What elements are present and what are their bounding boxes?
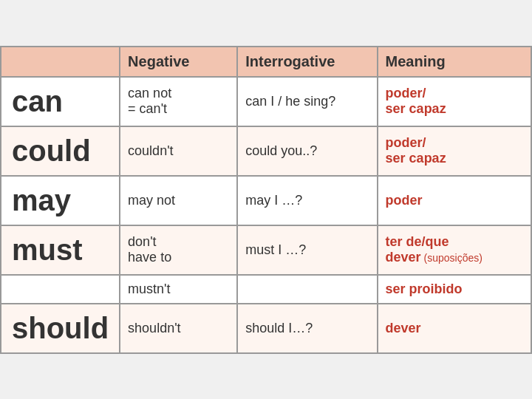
header-col3: Interrogative [237,47,377,77]
table-row: maymay notmay I …?poder [1,176,531,225]
header-row: Negative Interrogative Meaning [1,47,531,77]
interrogative-cell: could you..? [237,126,377,176]
header-col2: Negative [120,47,237,77]
meaning-cell: poder/ ser capaz [378,77,531,126]
interrogative-cell [237,275,377,304]
modal-verbs-table: Negative Interrogative Meaning cancan no… [0,46,532,354]
table-row: shouldshouldn'tshould I…?dever [1,304,531,353]
table-row: mustdon't have tomust I …?ter de/que dev… [1,225,531,275]
negative-cell: don't have to [120,225,237,275]
modal-verb-cell: can [1,77,120,126]
negative-cell: shouldn't [120,304,237,353]
header-col1 [1,47,120,77]
meaning-cell: poder/ ser capaz [378,126,531,176]
negative-cell: can not = can't [120,77,237,126]
modal-verb-cell: should [1,304,120,353]
negative-cell: couldn't [120,126,237,176]
interrogative-cell: must I …? [237,225,377,275]
meaning-cell: ser proibido [378,275,531,304]
meaning-cell: ter de/que dever (suposições) [378,225,531,275]
modal-verb-cell [1,275,120,304]
table-row: mustn'tser proibido [1,275,531,304]
meaning-cell: dever [378,304,531,353]
meaning-cell: poder [378,176,531,225]
negative-cell: may not [120,176,237,225]
interrogative-cell: can I / he sing? [237,77,377,126]
table-row: couldcouldn'tcould you..?poder/ ser capa… [1,126,531,176]
interrogative-cell: should I…? [237,304,377,353]
interrogative-cell: may I …? [237,176,377,225]
modal-verb-cell: may [1,176,120,225]
modal-verb-cell: could [1,126,120,176]
table-row: cancan not = can'tcan I / he sing?poder/… [1,77,531,126]
header-col4: Meaning [378,47,531,77]
negative-cell: mustn't [120,275,237,304]
modal-verb-cell: must [1,225,120,275]
